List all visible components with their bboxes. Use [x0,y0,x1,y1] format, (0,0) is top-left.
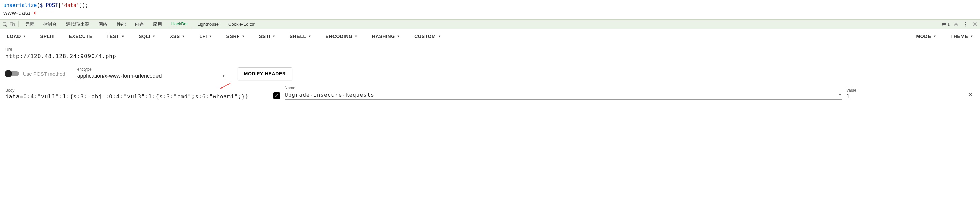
chevron-down-icon: ▼ [970,35,973,38]
fn-token: unserialize [3,2,37,8]
header-enabled-checkbox[interactable]: ✓ [273,93,280,99]
close-icon[interactable] [972,21,978,27]
tab-network[interactable]: 网络 [95,19,111,29]
tab-console[interactable]: 控制台 [40,19,60,29]
remove-header-button[interactable]: ✕ [966,91,975,100]
ssti-button[interactable]: SSTI▼ [256,32,279,41]
string-token: 'data' [61,2,80,8]
tab-lighthouse[interactable]: Lighthouse [193,19,223,29]
messages-badge[interactable]: 1 [942,22,950,27]
svg-point-5 [965,24,966,25]
hashing-button[interactable]: HASHING▼ [369,32,404,41]
annotation-arrow [32,13,52,13]
lfi-button[interactable]: LFI▼ [196,32,215,41]
hackbar-toolbar: LOAD▼ SPLIT EXECUTE TEST▼ SQLI▼ XSS▼ LFI… [0,29,980,44]
chevron-down-icon: ▼ [933,35,937,38]
device-icon[interactable] [10,21,16,27]
encoding-button[interactable]: ENCODING▼ [322,32,361,41]
custom-button[interactable]: CUSTOM▼ [411,32,445,41]
gear-icon[interactable] [953,21,959,27]
load-button[interactable]: LOAD▼ [3,32,30,41]
chevron-down-icon: ▼ [23,35,26,38]
chevron-down-icon: ▼ [121,35,125,38]
chevron-down-icon: ▼ [222,74,226,78]
tab-memory[interactable]: 内存 [131,19,148,29]
devtools-tabbar: 元素 控制台 源代码/来源 网络 性能 内存 应用 HackBar Lighth… [0,19,980,29]
chevron-down-icon: ▼ [153,35,156,38]
svg-point-3 [955,24,957,25]
chevron-down-icon: ▼ [209,35,212,38]
kebab-icon[interactable] [963,21,969,27]
code-line: unserialize($_POST['data']); [3,2,977,9]
tab-hackbar[interactable]: HackBar [167,19,192,29]
tab-performance[interactable]: 性能 [113,19,130,29]
url-label: URL [5,48,975,52]
chevron-down-icon: ▼ [438,35,441,38]
chevron-down-icon: ▼ [397,35,401,38]
chevron-down-icon: ▼ [272,35,275,38]
page-content: unserialize($_POST['data']); www-data [0,0,980,19]
execute-button[interactable]: EXECUTE [65,32,95,41]
chevron-down-icon: ▼ [838,93,842,97]
enctype-select[interactable]: application/x-www-form-urlencoded ▼ [77,72,226,81]
tab-elements[interactable]: 元素 [21,19,38,29]
annotation-arrow [220,83,231,89]
post-toggle-label: Use POST method [23,71,65,77]
chevron-down-icon: ▼ [242,35,245,38]
svg-line-7 [221,83,230,88]
enctype-label: enctype [77,67,226,72]
tab-cookie-editor[interactable]: Cookie-Editor [224,19,259,29]
header-value-input[interactable]: 1 [846,93,961,100]
svg-rect-2 [13,23,14,26]
header-name-label: Name [285,86,842,90]
separator [18,21,19,27]
modify-header-button[interactable]: MODIFY HEADER [238,67,293,80]
svg-point-4 [965,22,966,23]
header-value-label: Value [846,88,961,93]
tab-sources[interactable]: 源代码/来源 [62,19,93,29]
var-token: $_POST [40,2,58,8]
body-input[interactable]: data=O:4:"vul1":1:{s:3:"obj";O:4:"vul3":… [5,93,261,100]
svg-point-6 [965,25,966,26]
chevron-down-icon: ▼ [355,35,358,38]
header-name-select[interactable]: Upgrade-Insecure-Requests ▼ [285,91,842,100]
output-text: www-data [3,9,30,17]
split-button[interactable]: SPLIT [37,32,58,41]
xss-button[interactable]: XSS▼ [167,32,188,41]
svg-marker-8 [220,86,223,89]
sqli-button[interactable]: SQLI▼ [135,32,159,41]
mode-button[interactable]: MODE▼ [913,32,940,41]
url-input[interactable] [5,53,975,59]
ssrf-button[interactable]: SSRF▼ [223,32,248,41]
inspect-icon[interactable] [2,21,8,27]
chevron-down-icon: ▼ [182,35,185,38]
test-button[interactable]: TEST▼ [103,32,128,41]
tab-application[interactable]: 应用 [149,19,166,29]
post-toggle[interactable] [5,71,19,77]
shell-button[interactable]: SHELL▼ [286,32,315,41]
theme-button[interactable]: THEME▼ [947,32,977,41]
hackbar-form: URL Use POST method enctype application/… [0,44,980,102]
chevron-down-icon: ▼ [308,35,312,38]
output-line: www-data [3,9,977,17]
